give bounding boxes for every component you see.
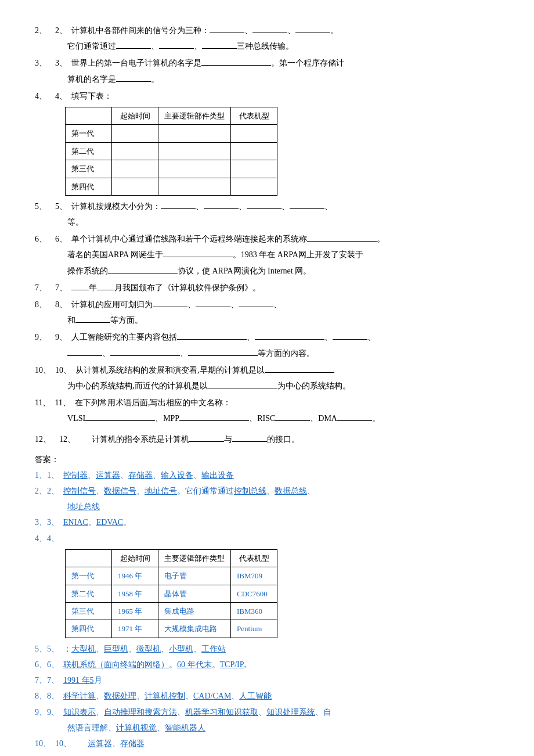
a5-sep3: 、 [161,642,169,656]
a7-month: 月 [94,673,102,687]
a9-sep1: 、 [96,705,104,719]
q9-inner-num: 9、 [55,330,67,344]
a4-row4-model: Pentium [231,620,277,638]
a2-item2: 数据信号 [104,484,136,498]
a9-sep5: 、 [157,721,165,735]
q3-num: 3、 [35,56,47,70]
q7-text1: 年 [89,280,97,295]
q9-num: 9、 [35,330,47,344]
a6-item2: 60 年代末 [177,657,212,672]
q9-sep1: 、 [247,330,255,344]
a1-sep1: 、 [88,468,96,483]
q2-blank6 [202,40,237,49]
a1-item5: 输出设备 [201,468,234,483]
a5-item2: 巨型机 [104,642,128,656]
q2-blank3 [295,24,330,33]
a2-item4: 控制总线 [234,484,266,498]
q4-row4-type [158,178,231,195]
q2-blank5 [159,40,194,49]
q2-sep4: 、 [194,39,202,53]
a8-item2: 数据处理 [104,689,136,703]
a4-th3: 代表机型 [231,549,277,567]
a4-row3-gen: 第三代 [66,603,112,620]
q6-num: 6、 [35,232,47,246]
q6-text1: 单个计算机中心通过通信线路和若干个远程终端连接起来的系统称 [71,232,307,246]
q8-num: 8、 [35,297,47,312]
q11-text1: 在下列常用术语后面,写出相应的中文名称： [75,395,232,410]
q5-inner-num: 5、 [55,199,67,214]
a4-row2-model: CDC7600 [231,585,277,602]
question-5: 5、 5、 计算机按规模大小分为： 、 、 、 、 等。 [35,199,499,229]
q11-num: 11、 [35,395,50,410]
q4-th0 [66,107,112,124]
q2-text2: 。 [330,23,338,38]
answer-9: 9、9、 知识表示 、 自动推理和搜索方法 、 机器学习和知识获取 、 知识处理… [35,705,499,719]
a4-row4-gen: 第四代 [66,620,112,638]
q7-text2: 月我国颁布了《计算机软件保护条例》。 [114,280,261,295]
q5-text2: 等。 [67,215,84,229]
q3-text4: 。 [151,72,159,87]
a9-item6: 智能机器人 [165,721,205,735]
a1-item4: 输入设备 [161,468,193,483]
q4-th1: 起始时间 [112,107,158,124]
q4-row3-time [112,160,158,178]
answer-label: 答案： [35,452,59,467]
q8-sep3: 、 [273,297,282,312]
a6-item1: 联机系统（面向终端的网络） [63,657,169,672]
a1-sep2: 、 [120,468,128,483]
table-row: 第三代 1965 年 集成电路 IBM360 [66,603,277,620]
q5-blank4 [290,200,324,209]
q10-inner-num: 10、 [55,363,71,377]
q9-blank2 [255,331,324,340]
a5-item1: 大型机 [71,642,96,656]
a10-num: 10、 [35,736,51,751]
a8-item4: CAD/CAM [193,689,231,703]
q11-blank4 [337,412,372,421]
question-11: 11、 11、 在下列常用术语后面,写出相应的中文名称： VLSI 、MPP 、… [35,395,499,426]
q12-blank2 [232,433,267,441]
q4-row1-type [158,125,231,142]
q8-text2: 和 [67,313,75,327]
q12-blank1 [189,433,224,441]
a9-item5: 计算机视觉 [116,721,157,735]
q10-text3: 为中心的系统结构。 [277,379,351,393]
q9-blank3 [333,331,367,340]
q11-blank1 [85,412,155,421]
q6-text3: 著名的美国ARPA 网诞生于 [67,247,163,262]
q11-vlsi: VLSI [67,411,85,426]
q8-blank3 [239,298,273,307]
q11-end: 。 [372,411,380,426]
questions-section: 2、 2、 计算机中各部件间来的信号分为三种： 、 、 。 它们通常通过 、 、… [35,23,499,447]
a9-item2: 自动推理和搜索方法 [104,705,177,719]
q8-text1: 计算机的应用可划归为 [71,297,153,312]
a11-inner: 11、 [55,752,70,756]
q4-th3: 代表机型 [231,107,277,124]
q6-blank2 [163,249,233,257]
a10-sep: 、 [112,736,120,751]
answer-10: 10、 10、 运算器 、 存储器 [35,736,499,751]
q4-table: 起始时间 主要逻辑部件类型 代表机型 第一代 第二代 第三代 [65,107,277,196]
q6-blank3 [108,264,178,273]
a2-sep3: 、 [266,484,275,498]
question-7: 7、 7、 年 月我国颁布了《计算机软件保护条例》。 [35,280,499,295]
q2-text1: 计算机中各部件间来的信号分为三种： [71,23,210,38]
a8-sep4: 、 [231,689,239,703]
q4-inner-num: 4、 [55,89,67,103]
q12-text1: 计算机的指令系统是计算机 [92,432,189,447]
a4-row3-type: 集成电路 [158,603,231,620]
a1-item1: 控制器 [63,468,88,483]
a9-sep2: 、 [177,705,185,719]
q12-num: 12、 [35,432,51,447]
a9-text2: 然语言理解、 [67,721,116,735]
a8-sep3: 、 [185,689,193,703]
q8-inner-num: 8、 [55,297,67,312]
q5-sep4: 、 [324,199,333,214]
a2-item6: 地址总线 [67,499,100,514]
a5-sep1: 、 [96,642,104,656]
q7-blank1 [71,281,89,290]
answer-2-cont: 地址总线 [67,499,499,514]
q9-sep5: 、 [180,346,188,361]
a8-sep1: 、 [96,689,104,703]
q5-sep2: 、 [239,199,247,214]
q9-text1: 人工智能研究的主要内容包括 [71,330,177,344]
